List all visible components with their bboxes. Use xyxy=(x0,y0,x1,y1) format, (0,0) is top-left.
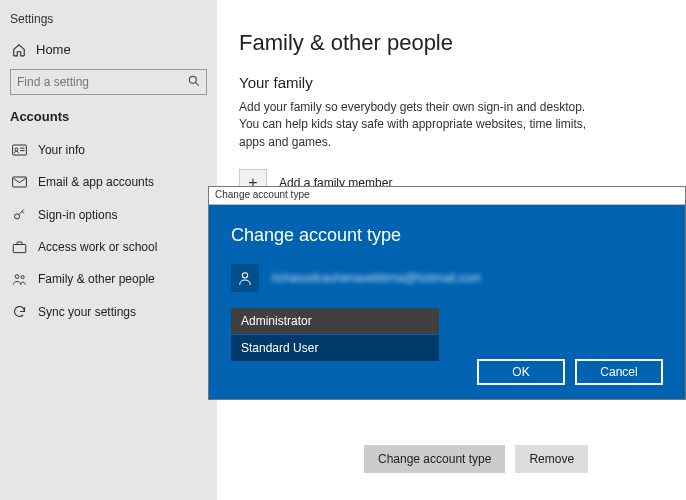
cancel-button[interactable]: Cancel xyxy=(575,359,663,385)
nav-label: Sync your settings xyxy=(38,305,136,319)
nav-label: Family & other people xyxy=(38,272,155,286)
briefcase-icon xyxy=(10,240,28,254)
sidebar-item-email[interactable]: Email & app accounts xyxy=(0,166,217,198)
svg-point-7 xyxy=(14,214,19,219)
nav-label: Sign-in options xyxy=(38,208,117,222)
svg-line-1 xyxy=(195,82,198,85)
sync-icon xyxy=(10,304,28,319)
sidebar-item-work[interactable]: Access work or school xyxy=(0,231,217,263)
dropdown-option-standard-user[interactable]: Standard User xyxy=(231,334,439,361)
sidebar-item-family[interactable]: Family & other people xyxy=(0,263,217,295)
home-label: Home xyxy=(36,42,71,57)
svg-rect-6 xyxy=(12,177,26,187)
change-account-type-button[interactable]: Change account type xyxy=(364,445,505,473)
svg-point-9 xyxy=(15,275,19,279)
remove-account-button[interactable]: Remove xyxy=(515,445,588,473)
svg-point-10 xyxy=(21,276,24,279)
dialog-body: Change account type richasodcashenavebbm… xyxy=(209,205,685,399)
dialog-user-row: richasodcashenavebbma@hotmail.com xyxy=(231,264,663,292)
svg-point-0 xyxy=(189,76,196,83)
search-container xyxy=(10,69,207,95)
dialog-actions: OK Cancel xyxy=(477,359,663,385)
page-description: Add your family so everybody gets their … xyxy=(239,99,599,151)
app-title: Settings xyxy=(0,12,217,36)
search-icon xyxy=(187,74,201,88)
svg-point-3 xyxy=(14,148,17,151)
sidebar-item-sync[interactable]: Sync your settings xyxy=(0,295,217,328)
nav-label: Access work or school xyxy=(38,240,157,254)
home-nav[interactable]: Home xyxy=(0,36,217,63)
nav-label: Email & app accounts xyxy=(38,175,154,189)
dropdown-option-administrator[interactable]: Administrator xyxy=(231,308,439,334)
person-card-icon xyxy=(10,144,28,156)
mail-icon xyxy=(10,176,28,188)
svg-rect-8 xyxy=(13,245,26,253)
account-type-dropdown[interactable]: Administrator Standard User xyxy=(231,308,439,361)
section-header: Accounts xyxy=(0,109,217,134)
ok-button[interactable]: OK xyxy=(477,359,565,385)
svg-point-11 xyxy=(242,273,247,278)
dialog-titlebar[interactable]: Change account type xyxy=(209,187,685,205)
home-icon xyxy=(10,43,28,57)
settings-sidebar: Settings Home Accounts Your info Email &… xyxy=(0,0,217,500)
key-icon xyxy=(10,207,28,222)
page-subtitle: Your family xyxy=(239,74,664,91)
nav-label: Your info xyxy=(38,143,85,157)
page-title: Family & other people xyxy=(239,30,664,56)
change-account-type-dialog: Change account type Change account type … xyxy=(208,186,686,400)
user-email: richasodcashenavebbma@hotmail.com xyxy=(271,271,481,285)
sidebar-item-your-info[interactable]: Your info xyxy=(0,134,217,166)
dialog-heading: Change account type xyxy=(231,225,663,246)
avatar-icon xyxy=(231,264,259,292)
account-action-row: Change account type Remove xyxy=(364,445,664,473)
people-icon xyxy=(10,272,28,286)
sidebar-item-signin[interactable]: Sign-in options xyxy=(0,198,217,231)
search-input[interactable] xyxy=(10,69,207,95)
